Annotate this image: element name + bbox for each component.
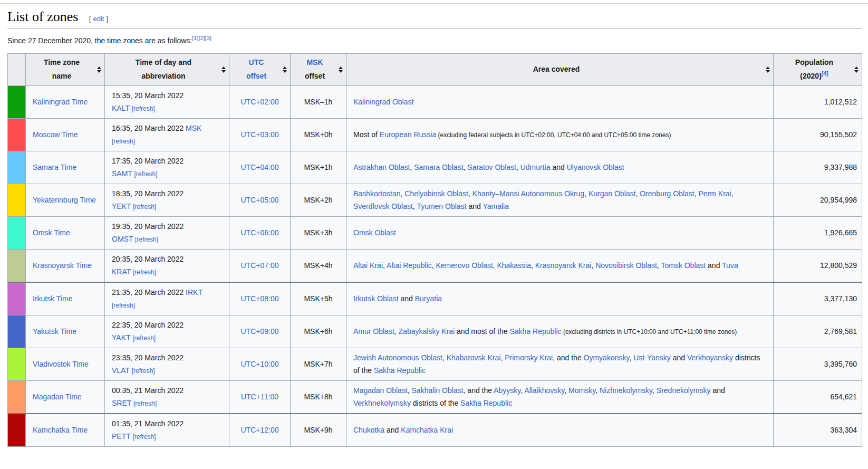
area-link[interactable]: Kemerovo Oblast: [436, 261, 493, 270]
area-link[interactable]: Amur Oblast: [353, 327, 394, 336]
refresh-link[interactable]: [refresh]: [112, 302, 135, 309]
abbreviation-link[interactable]: OMST: [112, 235, 133, 243]
area-link[interactable]: Sakha Republic: [460, 399, 512, 407]
refresh-link[interactable]: [refresh]: [132, 105, 155, 112]
area-link[interactable]: Allaikhovsky: [524, 386, 564, 395]
area-link[interactable]: European Russia: [380, 130, 436, 139]
abbreviation-link[interactable]: SAMT: [112, 169, 132, 178]
area-link[interactable]: Chelyabinsk Oblast: [404, 189, 468, 198]
area-link[interactable]: Perm Krai: [699, 189, 731, 198]
header-msk-offset[interactable]: MSK offset: [291, 54, 346, 86]
edit-link[interactable]: edit: [93, 15, 104, 23]
zone-name-link[interactable]: Samara Time: [33, 163, 76, 171]
area-link[interactable]: Kurgan Oblast: [589, 189, 636, 198]
refresh-link[interactable]: [refresh]: [132, 367, 155, 375]
zone-name-link[interactable]: Kaliningrad Time: [33, 98, 88, 106]
header-time-of-day[interactable]: Time of day and abbreviation: [105, 54, 229, 86]
area-link[interactable]: Altai Krai: [353, 261, 383, 270]
area-link[interactable]: Momsky: [568, 386, 595, 395]
area-link[interactable]: Verkhoyansky: [687, 353, 733, 362]
utc-offset-link[interactable]: UTC+11:00: [241, 393, 278, 401]
area-link[interactable]: Novosibirsk Oblast: [595, 261, 657, 270]
area-link[interactable]: Buryatia: [415, 294, 442, 303]
header-population[interactable]: Population (2020)[4]: [774, 54, 862, 86]
zone-name-link[interactable]: Irkutsk Time: [33, 294, 72, 303]
utc-offset-link[interactable]: UTC+12:00: [241, 426, 279, 434]
abbreviation-link[interactable]: VLAT: [112, 366, 130, 375]
msk-header-link[interactable]: MSK: [294, 56, 336, 70]
area-link[interactable]: Samara Oblast: [414, 163, 463, 171]
abbreviation-link[interactable]: MSK: [186, 124, 201, 132]
utc-offset-link[interactable]: UTC+07:00: [241, 261, 279, 270]
ref-2-link[interactable]: [2]: [198, 35, 205, 41]
area-link[interactable]: Sakhalin Oblast: [412, 386, 464, 395]
area-link[interactable]: Yamalia: [483, 202, 509, 210]
area-link[interactable]: Altai Republic: [387, 261, 432, 270]
abbreviation-link[interactable]: YAKT: [112, 333, 130, 342]
area-link[interactable]: Khabarovsk Krai: [447, 353, 501, 362]
area-link[interactable]: Astrakhan Oblast: [353, 163, 410, 171]
area-link[interactable]: Kamchatka Krai: [401, 426, 453, 434]
area-link[interactable]: Tuva: [722, 261, 738, 270]
header-area-covered[interactable]: Area covered: [346, 54, 774, 86]
area-link[interactable]: Sakha Republic: [374, 366, 426, 375]
area-link[interactable]: Saratov Oblast: [467, 163, 516, 171]
utc-offset-link[interactable]: UTC+06:00: [241, 228, 279, 237]
zone-name-link[interactable]: Omsk Time: [33, 228, 70, 237]
area-link[interactable]: Primorsky Krai: [505, 353, 553, 362]
refresh-link[interactable]: [refresh]: [135, 236, 158, 243]
area-link[interactable]: Khanty–Mansi Autonomous Okrug: [472, 189, 584, 198]
utc-offset-link[interactable]: UTC+02:00: [241, 98, 279, 106]
area-link[interactable]: Kaliningrad Oblast: [353, 98, 413, 106]
zone-name-link[interactable]: Kamchatka Time: [33, 426, 88, 434]
area-link[interactable]: Orenburg Oblast: [640, 189, 695, 198]
abbreviation-link[interactable]: YEKT: [112, 202, 131, 210]
area-link[interactable]: Abyysky: [494, 386, 520, 395]
ref-4-link[interactable]: [4]: [822, 70, 828, 76]
area-link[interactable]: Irkutsk Oblast: [353, 294, 399, 303]
area-link[interactable]: Oymyakonsky: [584, 353, 630, 362]
area-link[interactable]: Verkhnekolymsky: [353, 399, 411, 407]
ref-3-link[interactable]: [3]: [205, 35, 211, 41]
refresh-link[interactable]: [refresh]: [134, 170, 158, 178]
area-link[interactable]: Ulyanovsk Oblast: [567, 163, 624, 171]
utc-offset-link[interactable]: UTC+03:00: [241, 130, 279, 139]
utc-offset-link[interactable]: UTC+09:00: [241, 327, 279, 336]
zone-name-link[interactable]: Yekaterinburg Time: [33, 196, 96, 204]
area-link[interactable]: Khakassia: [497, 261, 531, 270]
abbreviation-link[interactable]: KRAT: [112, 267, 131, 276]
utc-offset-header-link-line2[interactable]: offset: [233, 70, 280, 83]
area-link[interactable]: Sverdlovsk Oblast: [353, 202, 413, 210]
refresh-link[interactable]: [refresh]: [132, 433, 156, 441]
header-utc-offset[interactable]: UTC offset: [229, 54, 291, 86]
utc-offset-link[interactable]: UTC+10:00: [241, 360, 279, 368]
zone-name-link[interactable]: Moscow Time: [33, 130, 78, 139]
area-link[interactable]: Jewish Autonomous Oblast: [353, 353, 442, 362]
area-link[interactable]: Krasnoyarsk Krai: [535, 261, 592, 270]
refresh-link[interactable]: [refresh]: [133, 203, 156, 210]
ref-1-link[interactable]: [1]: [192, 35, 198, 41]
utc-offset-link[interactable]: UTC+08:00: [241, 294, 279, 303]
area-link[interactable]: Ust-Yansky: [633, 353, 671, 362]
area-link[interactable]: Tomsk Oblast: [661, 261, 706, 270]
area-link[interactable]: Srednekolymsky: [657, 386, 711, 395]
abbreviation-link[interactable]: IRKT: [186, 288, 202, 296]
area-link[interactable]: Nizhnekolymsky: [600, 386, 652, 395]
refresh-link[interactable]: [refresh]: [112, 138, 135, 145]
refresh-link[interactable]: [refresh]: [133, 400, 157, 407]
refresh-link[interactable]: [refresh]: [133, 269, 156, 276]
area-link[interactable]: Sakha Republic: [509, 327, 561, 336]
area-link[interactable]: Omsk Oblast: [353, 228, 396, 237]
utc-offset-link[interactable]: UTC+05:00: [241, 196, 279, 204]
abbreviation-link[interactable]: PETT: [112, 432, 131, 441]
area-link[interactable]: Chukotka: [353, 426, 384, 434]
zone-name-link[interactable]: Yakutsk Time: [33, 327, 76, 336]
zone-name-link[interactable]: Krasnoyarsk Time: [33, 261, 92, 270]
area-link[interactable]: Magadan Oblast: [353, 386, 408, 395]
abbreviation-link[interactable]: SRET: [112, 399, 131, 407]
zone-name-link[interactable]: Vladivostok Time: [33, 360, 89, 368]
utc-offset-header-link[interactable]: UTC: [233, 56, 280, 70]
zone-name-link[interactable]: Magadan Time: [33, 393, 82, 401]
abbreviation-link[interactable]: KALT: [112, 104, 130, 112]
utc-offset-link[interactable]: UTC+04:00: [241, 163, 279, 171]
